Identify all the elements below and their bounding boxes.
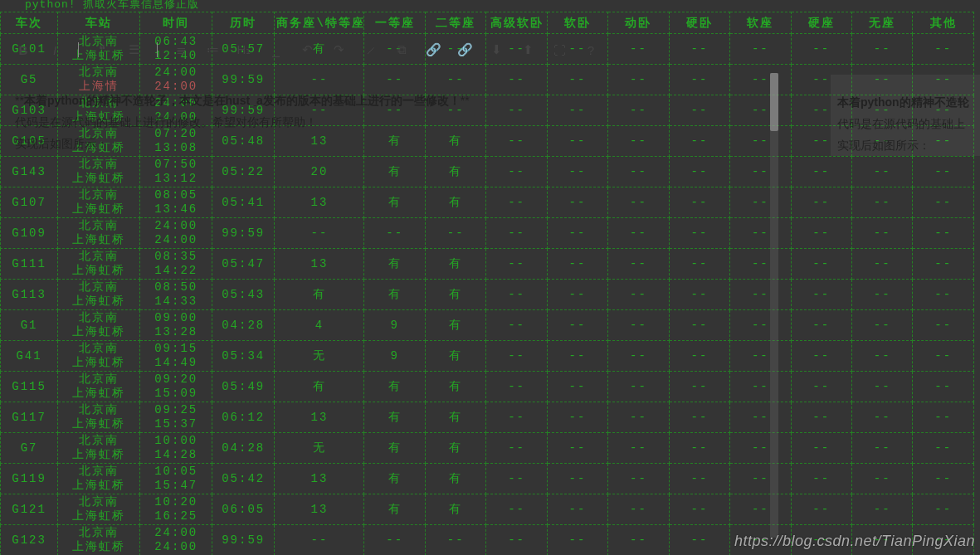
italic-button[interactable]: I xyxy=(46,41,63,58)
time-cell: 09:2515:37 xyxy=(140,402,212,433)
seat-cell: 有 xyxy=(364,372,425,402)
seat-cell: 有 xyxy=(425,433,485,464)
seat-cell: 无 xyxy=(275,433,364,464)
copy-button[interactable]: ⧉ xyxy=(393,41,410,58)
table-header: 无座 xyxy=(851,12,912,34)
bold-button[interactable]: B xyxy=(15,41,32,58)
duration-cell: 06:12 xyxy=(212,402,275,433)
upload-button[interactable]: ⬆ xyxy=(519,41,536,58)
duration-cell: 06:05 xyxy=(212,494,275,525)
seat-cell: -- xyxy=(913,464,974,494)
seat-cell: -- xyxy=(851,310,912,341)
undo-button[interactable]: ↶ xyxy=(299,41,315,58)
seat-cell: -- xyxy=(364,218,425,249)
train-id: G121 xyxy=(1,494,58,525)
md-marker: ** xyxy=(15,94,24,107)
seat-cell: -- xyxy=(547,187,607,218)
editor-line-1[interactable]: **本着python的精神不造轮子，本文是在hust_a发布的版本的基础上进行的… xyxy=(15,90,470,111)
seat-cell: -- xyxy=(851,249,912,280)
quote-button[interactable]: ❝ xyxy=(94,41,110,58)
seat-cell: -- xyxy=(913,525,974,556)
table-row: G121北京南上海虹桥10:2016:2506:0513有有----------… xyxy=(1,494,974,525)
seat-cell: -- xyxy=(608,187,669,218)
seat-cell: -- xyxy=(851,525,912,556)
link-button[interactable]: 🔗 xyxy=(425,41,441,58)
seat-cell: 13 xyxy=(275,249,364,280)
strike-button[interactable]: ⟋ xyxy=(362,41,378,58)
seat-cell: -- xyxy=(608,126,669,157)
preview-line-3: 实现后如图所示： xyxy=(837,134,980,156)
time-cell: 10:0515:47 xyxy=(140,464,212,494)
duration-cell: 05:22 xyxy=(212,157,275,187)
code-button[interactable]: ☰ xyxy=(125,41,142,58)
station-cell: 北京南上海虹桥 xyxy=(58,525,140,556)
table-header: 软卧 xyxy=(547,12,607,34)
seat-cell: 有 xyxy=(275,280,364,310)
seat-cell: -- xyxy=(547,402,607,433)
table-row: G7北京南上海虹桥10:0014:2804:28无有有-------------… xyxy=(1,433,974,464)
table-header: 商务座\特等座 xyxy=(275,12,364,34)
seat-cell: -- xyxy=(547,464,607,494)
time-cell: 08:5014:33 xyxy=(140,280,212,310)
seat-cell: -- xyxy=(547,157,607,187)
seat-cell: -- xyxy=(669,187,729,218)
editor-line-2[interactable]: 代码是在源代码的基础上进行的修改。希望对你有所帮助！ xyxy=(15,111,317,133)
table-row: G123北京南上海虹桥24:0024:0099:59--------------… xyxy=(1,525,974,556)
seat-cell: -- xyxy=(669,34,729,65)
table-header: 硬座 xyxy=(791,12,851,34)
time-cell: 09:0013:28 xyxy=(140,310,212,341)
table-row: G143北京南上海虹桥07:5013:1205:2220有有----------… xyxy=(1,157,974,187)
seat-cell: -- xyxy=(547,218,607,249)
duration-cell: 05:47 xyxy=(212,249,275,280)
table-header: 车次 xyxy=(1,12,58,34)
seat-cell: -- xyxy=(547,310,607,341)
seat-cell: -- xyxy=(486,402,547,433)
editor-scrollbar[interactable] xyxy=(770,73,778,538)
table-row: G41北京南上海虹桥09:1514:4905:34无9有------------… xyxy=(1,341,974,372)
download-button[interactable]: ⬇ xyxy=(488,41,505,58)
seat-cell: -- xyxy=(791,280,851,310)
seat-cell: -- xyxy=(669,402,729,433)
time-cell: 07:5013:12 xyxy=(140,157,212,187)
seat-cell: 有 xyxy=(275,372,364,402)
train-id: G113 xyxy=(1,280,58,310)
seat-cell: 有 xyxy=(364,187,425,218)
seat-cell: -- xyxy=(913,249,974,280)
seat-cell: -- xyxy=(730,372,791,402)
seat-cell: -- xyxy=(486,65,547,95)
list-ul-button[interactable]: ≣ xyxy=(173,41,189,58)
seat-cell: -- xyxy=(851,187,912,218)
image-button[interactable]: 🔗 xyxy=(456,41,473,58)
scrollbar-thumb[interactable] xyxy=(770,73,778,131)
terminal-title: python! 抓取火车票信息修正版 xyxy=(0,0,980,12)
seat-cell: 9 xyxy=(364,310,425,341)
seat-cell: -- xyxy=(275,525,364,556)
train-id: G41 xyxy=(1,341,58,372)
seat-cell: -- xyxy=(913,341,974,372)
seat-cell: -- xyxy=(486,464,547,494)
seat-cell: -- xyxy=(913,280,974,310)
seat-cell: 有 xyxy=(364,402,425,433)
seat-cell: -- xyxy=(364,525,425,556)
table-row: G107北京南上海虹桥08:0513:4605:4113有有----------… xyxy=(1,187,974,218)
seat-cell: -- xyxy=(791,464,851,494)
seat-cell: -- xyxy=(425,218,485,249)
list-ol-button[interactable]: ≔ xyxy=(204,41,221,58)
seat-cell: -- xyxy=(608,65,669,95)
seat-cell: -- xyxy=(913,372,974,402)
hr-button[interactable]: ⎯ xyxy=(267,41,284,58)
expand-button[interactable]: ⛶ xyxy=(551,41,568,58)
editor-line-3[interactable]: 实现后如图所示： xyxy=(15,133,108,154)
seat-cell: 有 xyxy=(425,310,485,341)
heading-button[interactable]: H₁ xyxy=(236,41,252,58)
seat-cell: -- xyxy=(486,126,547,157)
seat-cell: -- xyxy=(547,280,607,310)
seat-cell: -- xyxy=(669,372,729,402)
redo-button[interactable]: ↷ xyxy=(330,41,347,58)
help-button[interactable]: ? xyxy=(583,41,599,58)
time-cell: 09:1514:49 xyxy=(140,341,212,372)
table-header: 软座 xyxy=(730,12,791,34)
editor-toolbar: B I ❝ ☰ ≣ ≔ H₁ ⎯ ↶ ↷ ⟋ ⧉ 🔗 🔗 ⬇ ⬆ ⛶ ? xyxy=(15,41,599,58)
preview-pane: 本着python的精神不造轮 代码是在源代码的基础上 实现后如图所示： xyxy=(831,75,980,156)
duration-cell: 05:41 xyxy=(212,187,275,218)
